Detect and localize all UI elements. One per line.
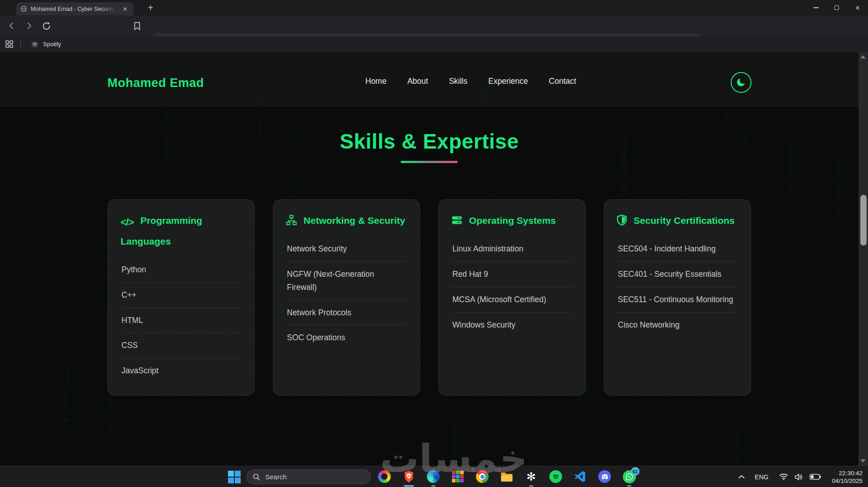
skill-item: Python	[121, 257, 242, 283]
skill-items: SEC504 - Incident HandlingSEC401 - Secur…	[617, 236, 738, 338]
skill-card-title-text: Networking & Security	[304, 215, 405, 226]
skill-item: Network Security	[286, 236, 407, 262]
whatsapp-icon[interactable]: 61	[622, 469, 636, 484]
apps-grid-icon[interactable]	[5, 40, 13, 48]
skill-item: SOC Operations	[286, 325, 407, 350]
edge-icon[interactable]	[426, 469, 441, 484]
tab-close-icon[interactable]: ✕	[121, 5, 129, 13]
matrix-column: ( 8 キ カ E M # 9 W 9 ウ	[65, 359, 71, 439]
shield-icon	[617, 215, 627, 226]
scroll-up-icon[interactable]	[860, 55, 866, 58]
skill-item: Linux Administration	[451, 236, 572, 262]
windows-taskbar: Search ✻	[0, 466, 868, 487]
skill-card-title-text: Security Certifications	[634, 215, 735, 226]
skill-item: SEC504 - Incident Handling	[617, 236, 738, 262]
tray-time: 22:30:42	[832, 469, 863, 477]
nav-link[interactable]: Skills	[449, 77, 467, 86]
site-logo[interactable]: Mohamed Emad	[107, 76, 204, 90]
forward-icon[interactable]	[23, 19, 35, 32]
globe-favicon-icon	[20, 5, 27, 12]
skill-card: </> Security Certifications SEC504 - Inc…	[604, 199, 751, 395]
skill-card: </> Networking & Security Network Securi…	[273, 199, 420, 395]
battery-icon[interactable]	[810, 474, 821, 480]
skill-item: CSS	[121, 333, 242, 358]
skill-items: PythonC++HTMLCSSJavaScript	[121, 257, 242, 383]
spotify-icon[interactable]	[548, 469, 563, 484]
matrix-column: 8 0 ウ 4 Y 9 ク エ F F 5	[52, 374, 58, 453]
browser-toolbar: ahmedmegahed0.github.io/port-shemas/	[0, 15, 868, 36]
start-button[interactable]	[227, 470, 242, 484]
skill-item: JavaScript	[121, 358, 242, 383]
nav-link[interactable]: Contact	[549, 77, 576, 86]
mosaic-app-icon[interactable]	[451, 469, 465, 484]
skill-card-title: </> Security Certifications	[617, 212, 738, 230]
nav-link[interactable]: About	[407, 77, 428, 86]
page-scrollbar[interactable]	[858, 52, 868, 466]
skill-item: SEC511 - Continuous Monitoring	[617, 287, 738, 313]
spotify-favicon-icon	[31, 40, 39, 48]
chatgpt-icon[interactable]: ✻	[524, 469, 538, 484]
windows-logo-icon	[228, 471, 241, 483]
scroll-down-icon[interactable]	[860, 459, 866, 463]
tray-expand-icon[interactable]	[738, 475, 745, 479]
server-icon	[451, 215, 462, 226]
theme-toggle-button[interactable]	[731, 72, 752, 93]
reload-icon[interactable]	[40, 19, 53, 32]
file-explorer-icon[interactable]	[499, 469, 514, 484]
chrome-icon[interactable]	[475, 469, 490, 484]
discord-icon[interactable]	[597, 469, 612, 484]
tab-title: Mohamed Emad - Cyber Security	[31, 6, 117, 12]
new-tab-button[interactable]: +	[144, 1, 157, 14]
back-icon[interactable]	[5, 19, 18, 32]
skill-item: HTML	[121, 308, 242, 333]
bookmarks-separator	[20, 40, 21, 48]
code-icon: </>	[121, 213, 134, 232]
skill-card-title: </> Networking & Security	[286, 212, 407, 230]
skill-card: </> Programming Languages PythonC++HTMLC…	[107, 199, 255, 395]
nav-link[interactable]: Home	[365, 77, 387, 86]
site-header: Mohamed Emad HomeAboutSkillsExperienceCo…	[0, 52, 858, 106]
page-viewport: エ F 0 6 イ A カ L ) J オ キ ] [ } E Z キ ( B …	[0, 52, 858, 466]
matrix-column: エ F 0 6 イ A カ	[737, 421, 742, 466]
skill-item: SEC401 - Security Essentials	[617, 262, 738, 287]
title-underline	[401, 161, 458, 163]
skill-item: Red Hat 9	[451, 262, 572, 287]
language-indicator[interactable]: ENG	[755, 473, 768, 481]
matrix-column: # 7 9 カ オ ( 1 A J 6 S 3 0	[810, 335, 816, 429]
whatsapp-badge: 61	[631, 467, 640, 476]
clock[interactable]: 22:30:42 04/10/2025	[832, 469, 863, 485]
copilot-icon[interactable]	[377, 469, 392, 484]
moon-icon	[736, 77, 747, 88]
site-nav: HomeAboutSkillsExperienceContact	[365, 68, 576, 86]
bookmark-spotify[interactable]: Spotify	[27, 39, 65, 50]
skill-item: Network Protocols	[286, 300, 407, 326]
skill-card-title-text: Operating Systems	[469, 215, 556, 226]
matrix-column: P ア 9 ウ ( 0 7 $ N K	[100, 237, 106, 310]
browser-titlebar: Mohamed Emad - Cyber Security ✕ + ✕	[0, 0, 868, 15]
scrollbar-thumb[interactable]	[860, 195, 867, 246]
volume-icon[interactable]	[795, 473, 803, 481]
brave-icon[interactable]	[402, 469, 416, 484]
browser-tab[interactable]: Mohamed Emad - Cyber Security ✕	[16, 2, 133, 15]
taskbar-search[interactable]: Search	[246, 469, 371, 484]
bookmarks-bar: Spotify	[0, 36, 868, 52]
window-maximize-button[interactable]	[826, 0, 847, 15]
matrix-column: S { X 1 F カ F L N A コ K J }	[775, 168, 781, 270]
matrix-column: M P カ ウ F S ) 5 7	[837, 158, 843, 223]
bookmark-icon[interactable]	[131, 19, 143, 32]
skill-items: Network SecurityNGFW (Next-Generation Fi…	[286, 236, 407, 350]
skill-item: MCSA (Microsoft Certified)	[451, 287, 572, 313]
skill-item: Cisco Networking	[617, 313, 738, 338]
vscode-icon[interactable]	[573, 469, 587, 484]
window-minimize-button[interactable]	[805, 0, 826, 15]
skill-item: NGFW (Next-Generation Firewall)	[286, 262, 407, 300]
skill-card-title: </> Operating Systems	[451, 212, 572, 230]
network-icon	[286, 215, 297, 226]
skills-cards: </> Programming Languages PythonC++HTMLC…	[107, 199, 751, 394]
wifi-icon[interactable]	[779, 473, 788, 480]
window-close-button[interactable]: ✕	[847, 0, 868, 15]
bookmark-label: Spotify	[43, 41, 61, 48]
skill-card: </> Operating Systems Linux Administrati…	[438, 199, 586, 395]
nav-link[interactable]: Experience	[488, 77, 528, 86]
skill-item: Windows Security	[451, 313, 572, 338]
